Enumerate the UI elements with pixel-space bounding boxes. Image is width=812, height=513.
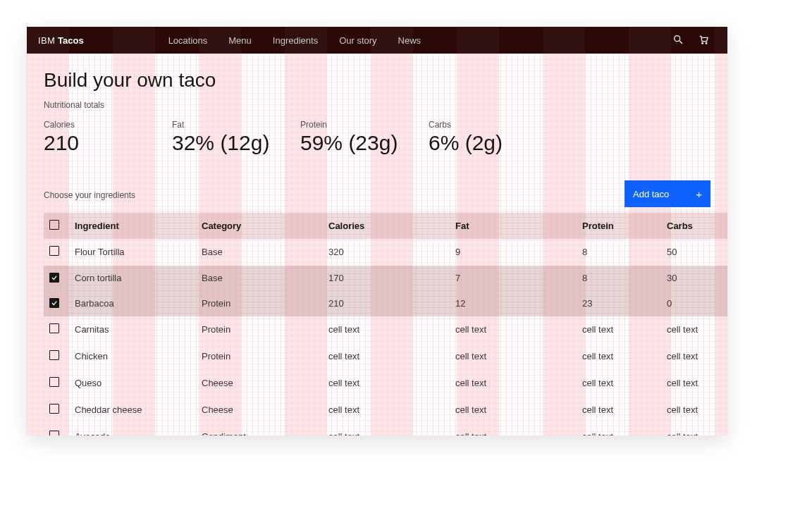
table-row[interactable]: CarnitasProteincell textcell textcell te… — [44, 316, 727, 343]
cell-category: Base — [196, 266, 323, 291]
cell-fat: cell text — [450, 370, 577, 397]
cell-protein: 23 — [577, 291, 661, 316]
table-row[interactable]: Flour TortillaBase3209850 — [44, 239, 727, 266]
cell-fat: 9 — [450, 239, 577, 266]
nav-link-news[interactable]: News — [398, 35, 422, 46]
svg-point-2 — [702, 42, 703, 44]
table-row[interactable]: AvocadoCondimentcell textcell textcell t… — [44, 424, 727, 436]
svg-point-0 — [675, 35, 680, 41]
row-checkbox[interactable] — [49, 350, 59, 360]
cell-fat: cell text — [450, 316, 577, 343]
stat-protein-value: 59% (23g) — [300, 131, 417, 155]
app-window: IBM Tacos Locations Menu Ingredients Our… — [27, 27, 727, 435]
table-row[interactable]: Corn tortillaBase1707830 — [44, 266, 727, 291]
cell-fat: cell text — [450, 397, 577, 424]
row-checkbox[interactable] — [49, 404, 59, 414]
col-header-ingredient[interactable]: Ingredient — [69, 213, 196, 239]
table-row[interactable]: ChickenProteincell textcell textcell tex… — [44, 343, 727, 370]
add-taco-button[interactable]: Add taco + — [625, 180, 710, 207]
brand-name: Tacos — [58, 35, 84, 46]
nav-link-menu[interactable]: Menu — [228, 35, 252, 46]
stat-fat-value: 32% (12g) — [172, 131, 289, 155]
stat-carbs-value: 6% (2g) — [429, 131, 546, 155]
ingredients-tbody: Flour TortillaBase3209850Corn tortillaBa… — [44, 239, 727, 435]
cell-protein: cell text — [577, 343, 661, 370]
cell-calories: cell text — [323, 397, 450, 424]
cell-carbs: cell text — [661, 397, 727, 424]
nav-link-ingredients[interactable]: Ingredients — [273, 35, 318, 46]
nav-link-locations[interactable]: Locations — [168, 35, 208, 46]
cell-protein: cell text — [577, 370, 661, 397]
cell-ingredient: Avocado — [69, 424, 196, 436]
cell-category: Condiment — [196, 424, 323, 436]
table-row[interactable]: QuesoCheesecell textcell textcell textce… — [44, 370, 727, 397]
stat-calories-value: 210 — [44, 131, 161, 155]
cell-ingredient: Queso — [69, 370, 196, 397]
row-checkbox[interactable] — [49, 377, 59, 387]
stat-protein: Protein 59% (23g) — [300, 120, 429, 155]
cell-category: Cheese — [196, 397, 323, 424]
add-taco-button-label: Add taco — [633, 189, 669, 199]
cell-ingredient: Cheddar cheese — [69, 397, 196, 424]
cell-carbs: cell text — [661, 424, 727, 436]
cell-protein: cell text — [577, 397, 661, 424]
stat-calories-label: Calories — [44, 120, 161, 130]
totals-label: Nutritional totals — [44, 100, 710, 110]
cell-calories: 170 — [323, 266, 450, 291]
cell-calories: cell text — [323, 424, 450, 436]
brand: IBM Tacos — [38, 35, 84, 46]
cell-ingredient: Chicken — [69, 343, 196, 370]
table-row[interactable]: BarbacoaProtein21012230 — [44, 291, 727, 316]
stat-calories: Calories 210 — [44, 120, 172, 155]
col-header-category[interactable]: Category — [196, 213, 323, 239]
cell-fat: 7 — [450, 266, 577, 291]
search-icon — [672, 34, 684, 47]
cell-fat: 12 — [450, 291, 577, 316]
col-header-calories[interactable]: Calories — [323, 213, 450, 239]
row-checkbox[interactable] — [49, 246, 59, 256]
stat-carbs-label: Carbs — [429, 120, 546, 130]
select-all-checkbox[interactable] — [49, 220, 59, 230]
cell-fat: cell text — [450, 343, 577, 370]
cell-carbs: cell text — [661, 343, 727, 370]
plus-icon: + — [696, 189, 702, 199]
primary-nav: Locations Menu Ingredients Our story New… — [168, 35, 422, 46]
row-checkbox[interactable] — [49, 273, 59, 283]
table-row[interactable]: Cheddar cheeseCheesecell textcell textce… — [44, 397, 727, 424]
cart-button[interactable] — [691, 27, 716, 54]
cell-carbs: cell text — [661, 370, 727, 397]
cell-category: Protein — [196, 316, 323, 343]
cart-icon — [698, 34, 709, 47]
stat-protein-label: Protein — [300, 120, 417, 130]
col-header-carbs[interactable]: Carbs — [661, 213, 727, 239]
row-checkbox[interactable] — [49, 298, 59, 308]
svg-point-3 — [706, 42, 707, 44]
cell-protein: cell text — [577, 424, 661, 436]
cell-calories: cell text — [323, 316, 450, 343]
brand-prefix: IBM — [38, 35, 55, 46]
page-content: Build your own taco Nutritional totals C… — [27, 54, 727, 435]
cell-protein: 8 — [577, 239, 661, 266]
col-header-protein[interactable]: Protein — [577, 213, 661, 239]
cell-category: Protein — [196, 291, 323, 316]
nutrition-totals: Calories 210 Fat 32% (12g) Protein 59% (… — [44, 116, 710, 162]
page-title: Build your own taco — [44, 69, 710, 92]
col-header-fat[interactable]: Fat — [450, 213, 577, 239]
cell-category: Base — [196, 239, 323, 266]
cell-category: Cheese — [196, 370, 323, 397]
nav-link-story[interactable]: Our story — [339, 35, 376, 46]
row-checkbox[interactable] — [49, 323, 59, 333]
search-button[interactable] — [665, 27, 691, 54]
cell-ingredient: Carnitas — [69, 316, 196, 343]
cell-category: Protein — [196, 343, 323, 370]
cell-carbs: 0 — [661, 291, 727, 316]
ingredients-table: Ingredient Category Calories Fat Protein… — [44, 213, 727, 435]
cell-carbs: cell text — [661, 316, 727, 343]
svg-line-1 — [679, 41, 682, 44]
row-checkbox[interactable] — [49, 431, 59, 435]
stat-fat: Fat 32% (12g) — [172, 120, 300, 155]
cell-fat: cell text — [450, 424, 577, 436]
cell-protein: 8 — [577, 266, 661, 291]
cell-carbs: 50 — [661, 239, 727, 266]
cell-ingredient: Flour Tortilla — [69, 239, 196, 266]
